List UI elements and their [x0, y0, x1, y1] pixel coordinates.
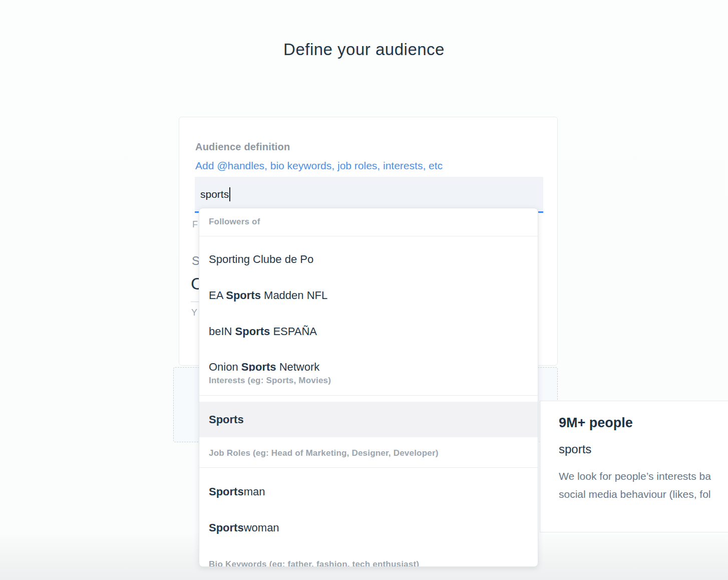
text-cursor [229, 187, 230, 201]
section-divider [199, 395, 538, 396]
audience-size-popover: 9M+ people sports We look for people’s i… [540, 401, 728, 532]
audience-definition-label: Audience definition [195, 141, 290, 153]
obscured-field-fragment: Y [191, 308, 197, 318]
option-sporting-clube-de-po[interactable]: Sporting Clube de Po [199, 253, 538, 266]
audience-size-headline: 9M+ people [559, 415, 633, 431]
option-sportswoman[interactable]: Sportswoman [199, 521, 538, 534]
audience-size-query: sports [559, 442, 591, 456]
autocomplete-dropdown: Followers of Sporting Clube de Po EA Spo… [199, 208, 538, 567]
section-header-job-roles: Job Roles (eg: Head of Marketing, Design… [209, 448, 439, 458]
option-ea-sports-madden-nfl[interactable]: EA Sports Madden NFL [199, 289, 538, 302]
section-header-interests: Interests (eg: Sports, Movies) [209, 376, 331, 386]
option-interest-sports-highlighted[interactable]: Sports [199, 402, 538, 437]
option-bein-sports-espana[interactable]: beIN Sports ESPAÑA [199, 325, 538, 338]
section-header-block-interests: Interests (eg: Sports, Movies) [199, 371, 538, 395]
page-title: Define your audience [0, 40, 728, 59]
audience-size-description: We look for people’s interests ba [559, 470, 711, 482]
section-divider [199, 236, 538, 236]
section-header-bio-keywords: Bio Keywords (eg: father, fashion, tech … [209, 559, 419, 567]
audience-size-description: social media behaviour (likes, fol [559, 488, 710, 500]
audience-input-value: sports [200, 188, 229, 200]
option-sportsman[interactable]: Sportsman [199, 485, 538, 498]
section-header-followers-of: Followers of [209, 217, 260, 227]
audience-helper-text: Add @handles, bio keywords, job roles, i… [195, 160, 443, 172]
obscured-field-fragment: F [192, 219, 198, 230]
section-divider [199, 467, 538, 468]
